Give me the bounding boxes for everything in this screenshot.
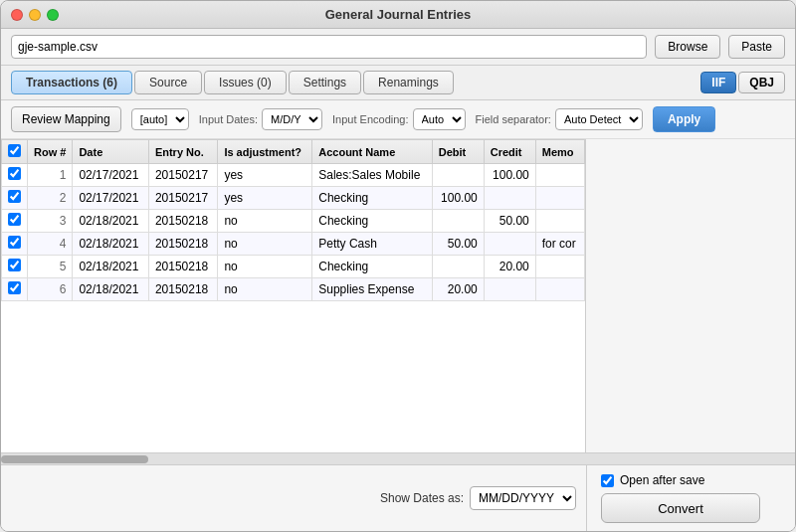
row-is-adjustment: no [218, 278, 312, 301]
transactions-table: Row # Date Entry No. Is adjustment? Acco… [1, 139, 585, 301]
row-number: 3 [28, 210, 73, 233]
input-encoding-select[interactable]: Auto [413, 108, 466, 130]
row-credit: 100.00 [484, 164, 535, 187]
format-iif-button[interactable]: IIF [700, 72, 736, 93]
row-credit [484, 233, 535, 256]
row-memo: for cor [535, 233, 584, 256]
table-row: 3 02/18/2021 20150218 no Checking 50.00 [2, 210, 585, 233]
convert-button[interactable]: Convert [601, 493, 760, 523]
row-checkbox-cell [2, 256, 28, 278]
table-header-row: Row # Date Entry No. Is adjustment? Acco… [2, 140, 585, 164]
table-area[interactable]: Row # Date Entry No. Is adjustment? Acco… [1, 139, 586, 452]
row-date: 02/18/2021 [73, 210, 148, 233]
row-number: 4 [28, 233, 73, 256]
right-panel [586, 139, 795, 452]
auto-select[interactable]: [auto] [131, 108, 189, 130]
maximize-button[interactable] [47, 9, 59, 21]
show-dates-label: Show Dates as: [380, 491, 464, 505]
field-separator-group: Field separator: Auto Detect [476, 108, 643, 130]
main-window: General Journal Entries Browse Paste Tra… [0, 0, 796, 532]
row-checkbox[interactable] [8, 259, 21, 271]
tab-source[interactable]: Source [134, 71, 202, 94]
tabs: Transactions (6) Source Issues (0) Setti… [11, 66, 454, 99]
row-date: 02/17/2021 [73, 187, 148, 210]
row-entry-no: 20150218 [148, 256, 218, 278]
table-row: 1 02/17/2021 20150217 yes Sales:Sales Mo… [2, 164, 585, 187]
row-date: 02/17/2021 [73, 164, 148, 187]
bottom-left: Show Dates as: MM/DD/YYYY [1, 465, 586, 531]
header-entry-no: Entry No. [148, 140, 218, 164]
review-mapping-button[interactable]: Review Mapping [11, 106, 121, 132]
apply-button[interactable]: Apply [653, 106, 715, 132]
row-account: Checking [312, 256, 432, 278]
row-checkbox-cell [2, 187, 28, 210]
row-date: 02/18/2021 [73, 233, 148, 256]
show-dates-group: Show Dates as: MM/DD/YYYY [380, 486, 576, 510]
browse-button[interactable]: Browse [655, 35, 720, 59]
row-checkbox[interactable] [8, 190, 21, 203]
format-qbj-button[interactable]: QBJ [738, 72, 785, 93]
input-dates-group: Input Dates: M/D/Y [199, 108, 322, 130]
close-button[interactable] [11, 9, 23, 21]
row-date: 02/18/2021 [73, 256, 148, 278]
row-memo [535, 164, 584, 187]
row-account: Sales:Sales Mobile [312, 164, 432, 187]
row-account: Checking [312, 210, 432, 233]
row-entry-no: 20150217 [148, 187, 218, 210]
table-row: 6 02/18/2021 20150218 no Supplies Expens… [2, 278, 585, 301]
open-after-save-label: Open after save [620, 473, 704, 487]
options-row: Review Mapping [auto] Input Dates: M/D/Y… [1, 100, 795, 139]
bottom-section: Show Dates as: MM/DD/YYYY Open after sav… [1, 464, 795, 531]
row-is-adjustment: no [218, 210, 312, 233]
row-checkbox-cell [2, 164, 28, 187]
header-checkbox [2, 140, 28, 164]
row-checkbox[interactable] [8, 281, 21, 294]
input-encoding-group: Input Encoding: Auto [332, 108, 465, 130]
tab-renamings[interactable]: Renamings [363, 71, 454, 94]
show-dates-select[interactable]: MM/DD/YYYY [470, 486, 576, 510]
row-is-adjustment: yes [218, 164, 312, 187]
row-entry-no: 20150217 [148, 164, 218, 187]
row-checkbox[interactable] [8, 213, 21, 226]
window-title: General Journal Entries [325, 7, 472, 22]
field-separator-select[interactable]: Auto Detect [555, 108, 643, 130]
title-bar: General Journal Entries [1, 1, 795, 29]
open-after-save-row: Open after save [601, 473, 704, 487]
row-account: Supplies Expense [312, 278, 432, 301]
row-debit: 100.00 [432, 187, 484, 210]
table-row: 5 02/18/2021 20150218 no Checking 20.00 [2, 256, 585, 278]
scrollbar-thumb[interactable] [1, 455, 148, 463]
tab-issues[interactable]: Issues (0) [204, 71, 287, 94]
header-credit: Credit [484, 140, 535, 164]
horizontal-scrollbar[interactable] [1, 452, 795, 464]
row-date: 02/18/2021 [73, 278, 148, 301]
minimize-button[interactable] [29, 9, 41, 21]
row-account: Petty Cash [312, 233, 432, 256]
open-after-save-checkbox[interactable] [601, 474, 614, 487]
header-row-num: Row # [28, 140, 73, 164]
row-debit [432, 164, 484, 187]
tab-transactions[interactable]: Transactions (6) [11, 71, 132, 94]
row-memo [535, 187, 584, 210]
bottom-right: Open after save Convert [586, 465, 795, 531]
row-is-adjustment: yes [218, 187, 312, 210]
input-dates-select[interactable]: M/D/Y [262, 108, 322, 130]
row-debit [432, 256, 484, 278]
row-checkbox-cell [2, 210, 28, 233]
row-number: 6 [28, 278, 73, 301]
row-debit [432, 210, 484, 233]
row-entry-no: 20150218 [148, 210, 218, 233]
row-checkbox[interactable] [8, 236, 21, 249]
select-all-checkbox[interactable] [8, 144, 21, 157]
row-number: 5 [28, 256, 73, 278]
tab-settings[interactable]: Settings [289, 71, 361, 94]
row-credit: 50.00 [484, 210, 535, 233]
field-separator-label: Field separator: [476, 113, 551, 125]
row-checkbox[interactable] [8, 167, 21, 180]
row-is-adjustment: no [218, 233, 312, 256]
file-path-input[interactable] [11, 35, 647, 59]
main-content: Row # Date Entry No. Is adjustment? Acco… [1, 139, 795, 452]
table-row: 2 02/17/2021 20150217 yes Checking 100.0… [2, 187, 585, 210]
input-encoding-label: Input Encoding: [332, 113, 408, 125]
paste-button[interactable]: Paste [728, 35, 785, 59]
